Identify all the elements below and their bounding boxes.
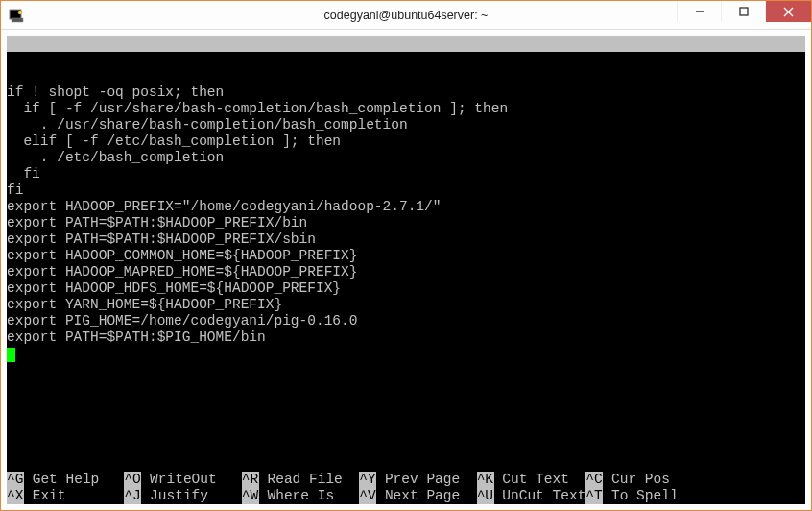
file-line: export HADOOP_PREFIX="/home/codegyani/ha… [7,199,441,214]
terminal-frame: GNU nano 2.2.6 File: /home/codegyani/.ba… [1,30,811,510]
cursor [7,348,15,362]
shortcut-key: ^R [242,472,259,488]
shortcut-label: Cut Text [502,472,577,487]
svg-rect-2 [11,12,14,12]
editor-body[interactable]: if ! shopt -oq posix; then if [ -f /usr/… [7,52,805,472]
app-icon [9,8,24,23]
file-line: . /etc/bash_completion [7,150,224,165]
shortcut-label: Exit [33,488,107,503]
shortcut-label: WriteOut [150,472,225,487]
shortcut-key: ^C [585,472,603,488]
shortcut-key: ^K [477,472,494,488]
file-line: export PATH=$PATH:$HADOOP_PREFIX/sbin [7,231,316,247]
close-icon [783,7,794,17]
terminal[interactable]: GNU nano 2.2.6 File: /home/codegyani/.ba… [7,36,805,504]
shortcut-label: Where Is [268,488,343,503]
shortcut-label: UnCut Text [502,488,585,503]
file-line: fi [7,166,40,182]
shortcut-key: ^T [585,488,603,504]
svg-rect-4 [740,8,748,15]
file-line: export PATH=$PATH:$PIG_HOME/bin [7,329,266,345]
shortcut-label: To Spell [611,488,679,503]
shortcut-key: ^Y [359,472,376,488]
file-line: export YARN_HOME=${HADOOP_PREFIX} [7,297,282,312]
shortcut-key: ^J [124,488,141,504]
file-line: if [ -f /usr/share/bash-completion/bash_… [7,101,508,116]
shortcut-key: ^W [242,488,259,504]
file-line: export HADOOP_HDFS_HOME=${HADOOP_PREFIX} [7,280,341,296]
app-window: codegyani@ubuntu64server: ~ GNU nano 2.2… [0,0,812,511]
file-line: . /usr/share/bash-completion/bash_comple… [7,117,408,133]
shortcut-label: Next Page [385,488,460,503]
nano-shortcut-bar: ^GGet Help ^XExit ^OWriteOut ^JJustify ^… [7,472,805,504]
titlebar[interactable]: codegyani@ubuntu64server: ~ [1,1,811,30]
shortcut-label: Cur Pos [611,472,679,487]
shortcut-key: ^X [7,488,24,504]
shortcut-key: ^U [477,488,494,504]
shortcut-key: ^G [7,472,24,488]
file-line: if ! shopt -oq posix; then [7,85,224,100]
close-button[interactable] [765,1,811,22]
file-line: export HADOOP_COMMON_HOME=${HADOOP_PREFI… [7,248,357,263]
file-line: elif [ -f /etc/bash_completion ]; then [7,134,341,149]
maximize-button[interactable] [721,1,765,22]
file-line: export PIG_HOME=/home/codegyani/pig-0.16… [7,313,357,328]
shortcut-label: Justify [150,488,225,503]
shortcut-key: ^O [124,472,141,488]
file-line: export HADOOP_MAPRED_HOME=${HADOOP_PREFI… [7,264,357,280]
file-line: export PATH=$PATH:$HADOOP_PREFIX/bin [7,215,307,231]
nano-header: GNU nano 2.2.6 File: /home/codegyani/.ba… [7,36,805,52]
minimize-icon [695,7,705,16]
shortcut-label: Read File [268,472,343,487]
shortcut-key: ^V [359,488,376,504]
shortcut-label: Prev Page [385,472,460,487]
maximize-icon [739,7,749,16]
svg-rect-1 [12,18,23,22]
minimize-button[interactable] [677,1,721,22]
window-controls [677,1,811,22]
shortcut-label: Get Help [33,472,107,487]
file-line: fi [7,182,23,198]
svg-point-3 [18,11,22,14]
